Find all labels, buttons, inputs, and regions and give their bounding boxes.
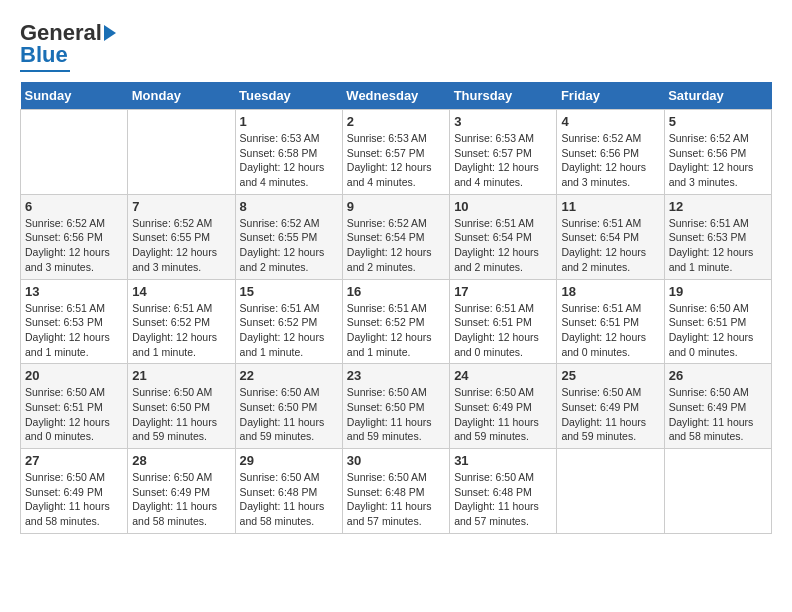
day-info: Sunrise: 6:50 AM Sunset: 6:49 PM Dayligh… [454, 385, 552, 444]
logo-underline [20, 70, 70, 72]
day-number: 25 [561, 368, 659, 383]
calendar-cell: 29Sunrise: 6:50 AM Sunset: 6:48 PM Dayli… [235, 449, 342, 534]
day-number: 23 [347, 368, 445, 383]
day-number: 6 [25, 199, 123, 214]
day-number: 10 [454, 199, 552, 214]
calendar-cell [557, 449, 664, 534]
day-info: Sunrise: 6:51 AM Sunset: 6:52 PM Dayligh… [132, 301, 230, 360]
day-info: Sunrise: 6:51 AM Sunset: 6:54 PM Dayligh… [454, 216, 552, 275]
calendar-week-row: 6Sunrise: 6:52 AM Sunset: 6:56 PM Daylig… [21, 194, 772, 279]
day-info: Sunrise: 6:50 AM Sunset: 6:51 PM Dayligh… [669, 301, 767, 360]
calendar-week-row: 20Sunrise: 6:50 AM Sunset: 6:51 PM Dayli… [21, 364, 772, 449]
day-number: 27 [25, 453, 123, 468]
header-wednesday: Wednesday [342, 82, 449, 110]
header: General Blue [20, 20, 772, 72]
day-info: Sunrise: 6:52 AM Sunset: 6:54 PM Dayligh… [347, 216, 445, 275]
day-number: 20 [25, 368, 123, 383]
calendar-cell: 26Sunrise: 6:50 AM Sunset: 6:49 PM Dayli… [664, 364, 771, 449]
day-number: 14 [132, 284, 230, 299]
day-info: Sunrise: 6:50 AM Sunset: 6:48 PM Dayligh… [454, 470, 552, 529]
day-info: Sunrise: 6:52 AM Sunset: 6:56 PM Dayligh… [561, 131, 659, 190]
calendar-cell: 21Sunrise: 6:50 AM Sunset: 6:50 PM Dayli… [128, 364, 235, 449]
day-number: 30 [347, 453, 445, 468]
day-number: 22 [240, 368, 338, 383]
day-info: Sunrise: 6:51 AM Sunset: 6:54 PM Dayligh… [561, 216, 659, 275]
calendar-cell: 7Sunrise: 6:52 AM Sunset: 6:55 PM Daylig… [128, 194, 235, 279]
day-info: Sunrise: 6:52 AM Sunset: 6:55 PM Dayligh… [240, 216, 338, 275]
day-number: 15 [240, 284, 338, 299]
calendar-cell: 25Sunrise: 6:50 AM Sunset: 6:49 PM Dayli… [557, 364, 664, 449]
calendar-cell [664, 449, 771, 534]
day-info: Sunrise: 6:50 AM Sunset: 6:48 PM Dayligh… [240, 470, 338, 529]
day-info: Sunrise: 6:53 AM Sunset: 6:57 PM Dayligh… [347, 131, 445, 190]
calendar-cell: 6Sunrise: 6:52 AM Sunset: 6:56 PM Daylig… [21, 194, 128, 279]
calendar-cell: 17Sunrise: 6:51 AM Sunset: 6:51 PM Dayli… [450, 279, 557, 364]
header-friday: Friday [557, 82, 664, 110]
day-info: Sunrise: 6:50 AM Sunset: 6:49 PM Dayligh… [132, 470, 230, 529]
day-number: 16 [347, 284, 445, 299]
day-number: 18 [561, 284, 659, 299]
day-number: 19 [669, 284, 767, 299]
day-number: 13 [25, 284, 123, 299]
day-info: Sunrise: 6:52 AM Sunset: 6:56 PM Dayligh… [669, 131, 767, 190]
logo: General Blue [20, 20, 116, 72]
calendar-cell: 2Sunrise: 6:53 AM Sunset: 6:57 PM Daylig… [342, 110, 449, 195]
calendar-cell [21, 110, 128, 195]
day-info: Sunrise: 6:50 AM Sunset: 6:50 PM Dayligh… [240, 385, 338, 444]
calendar-cell: 19Sunrise: 6:50 AM Sunset: 6:51 PM Dayli… [664, 279, 771, 364]
calendar-cell: 16Sunrise: 6:51 AM Sunset: 6:52 PM Dayli… [342, 279, 449, 364]
day-number: 8 [240, 199, 338, 214]
day-info: Sunrise: 6:51 AM Sunset: 6:51 PM Dayligh… [454, 301, 552, 360]
calendar-cell: 18Sunrise: 6:51 AM Sunset: 6:51 PM Dayli… [557, 279, 664, 364]
day-number: 2 [347, 114, 445, 129]
day-number: 9 [347, 199, 445, 214]
calendar-cell: 24Sunrise: 6:50 AM Sunset: 6:49 PM Dayli… [450, 364, 557, 449]
calendar-cell: 22Sunrise: 6:50 AM Sunset: 6:50 PM Dayli… [235, 364, 342, 449]
day-info: Sunrise: 6:51 AM Sunset: 6:53 PM Dayligh… [25, 301, 123, 360]
day-info: Sunrise: 6:51 AM Sunset: 6:53 PM Dayligh… [669, 216, 767, 275]
header-monday: Monday [128, 82, 235, 110]
day-info: Sunrise: 6:50 AM Sunset: 6:50 PM Dayligh… [132, 385, 230, 444]
header-tuesday: Tuesday [235, 82, 342, 110]
day-number: 11 [561, 199, 659, 214]
day-number: 24 [454, 368, 552, 383]
calendar-cell: 1Sunrise: 6:53 AM Sunset: 6:58 PM Daylig… [235, 110, 342, 195]
calendar-cell: 4Sunrise: 6:52 AM Sunset: 6:56 PM Daylig… [557, 110, 664, 195]
day-number: 7 [132, 199, 230, 214]
calendar-header-row: SundayMondayTuesdayWednesdayThursdayFrid… [21, 82, 772, 110]
header-saturday: Saturday [664, 82, 771, 110]
day-number: 12 [669, 199, 767, 214]
logo-arrow-icon [104, 25, 116, 41]
calendar-cell: 31Sunrise: 6:50 AM Sunset: 6:48 PM Dayli… [450, 449, 557, 534]
calendar-cell: 3Sunrise: 6:53 AM Sunset: 6:57 PM Daylig… [450, 110, 557, 195]
calendar-cell: 23Sunrise: 6:50 AM Sunset: 6:50 PM Dayli… [342, 364, 449, 449]
calendar-cell: 14Sunrise: 6:51 AM Sunset: 6:52 PM Dayli… [128, 279, 235, 364]
day-info: Sunrise: 6:50 AM Sunset: 6:49 PM Dayligh… [669, 385, 767, 444]
day-number: 5 [669, 114, 767, 129]
day-info: Sunrise: 6:50 AM Sunset: 6:50 PM Dayligh… [347, 385, 445, 444]
calendar-cell: 11Sunrise: 6:51 AM Sunset: 6:54 PM Dayli… [557, 194, 664, 279]
logo-blue: Blue [20, 42, 68, 68]
day-info: Sunrise: 6:51 AM Sunset: 6:52 PM Dayligh… [347, 301, 445, 360]
day-number: 28 [132, 453, 230, 468]
calendar-cell: 12Sunrise: 6:51 AM Sunset: 6:53 PM Dayli… [664, 194, 771, 279]
day-number: 26 [669, 368, 767, 383]
calendar-cell: 15Sunrise: 6:51 AM Sunset: 6:52 PM Dayli… [235, 279, 342, 364]
calendar-cell: 10Sunrise: 6:51 AM Sunset: 6:54 PM Dayli… [450, 194, 557, 279]
header-sunday: Sunday [21, 82, 128, 110]
calendar-cell: 5Sunrise: 6:52 AM Sunset: 6:56 PM Daylig… [664, 110, 771, 195]
day-info: Sunrise: 6:51 AM Sunset: 6:52 PM Dayligh… [240, 301, 338, 360]
calendar-cell: 13Sunrise: 6:51 AM Sunset: 6:53 PM Dayli… [21, 279, 128, 364]
day-number: 31 [454, 453, 552, 468]
calendar-week-row: 27Sunrise: 6:50 AM Sunset: 6:49 PM Dayli… [21, 449, 772, 534]
day-number: 1 [240, 114, 338, 129]
day-number: 4 [561, 114, 659, 129]
day-info: Sunrise: 6:51 AM Sunset: 6:51 PM Dayligh… [561, 301, 659, 360]
day-info: Sunrise: 6:50 AM Sunset: 6:48 PM Dayligh… [347, 470, 445, 529]
day-number: 21 [132, 368, 230, 383]
calendar-cell: 30Sunrise: 6:50 AM Sunset: 6:48 PM Dayli… [342, 449, 449, 534]
calendar-cell: 8Sunrise: 6:52 AM Sunset: 6:55 PM Daylig… [235, 194, 342, 279]
day-info: Sunrise: 6:50 AM Sunset: 6:49 PM Dayligh… [25, 470, 123, 529]
calendar-week-row: 1Sunrise: 6:53 AM Sunset: 6:58 PM Daylig… [21, 110, 772, 195]
day-number: 17 [454, 284, 552, 299]
